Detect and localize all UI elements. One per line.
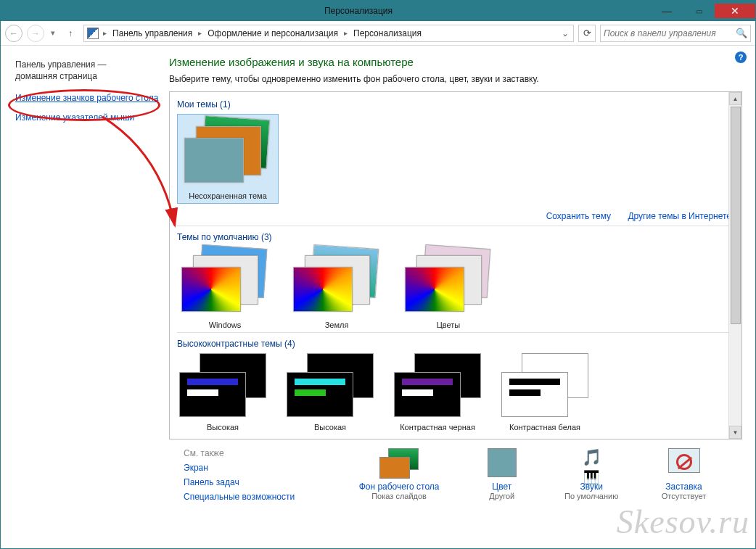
more-themes-link[interactable]: Другие темы в Интернете — [628, 211, 731, 221]
option-subtext: Другой — [482, 492, 522, 500]
option-label: Фон рабочего стола — [359, 482, 440, 492]
back-button[interactable]: ← — [5, 25, 22, 42]
theme-item-hc3[interactable]: Контрастная черная — [392, 353, 483, 432]
color-icon — [482, 448, 522, 479]
section-default-themes: Темы по умолчанию (3) — [177, 232, 734, 242]
search-input[interactable] — [604, 28, 736, 38]
window-title: Персонализация — [66, 6, 651, 16]
refresh-button[interactable]: ⟳ — [578, 25, 596, 42]
chevron-down-icon[interactable]: ⌄ — [562, 28, 570, 38]
option-subtext: Отсутствует — [662, 492, 707, 500]
chevron-right-icon: ▸ — [103, 29, 107, 37]
up-button[interactable]: ↑ — [62, 25, 79, 42]
theme-label: Контрастная белая — [499, 423, 591, 432]
link-taskbar[interactable]: Панель задач — [184, 477, 337, 487]
option-label: Цвет — [482, 482, 522, 492]
chevron-right-icon: ▸ — [344, 29, 348, 37]
theme-list-panel: Мои темы (1) Несохраненная тема Со — [169, 91, 742, 439]
theme-label: Несохраненная тема — [189, 191, 267, 200]
theme-label: Контрастная черная — [392, 423, 483, 432]
sidebar-link-desktop-icons[interactable]: Изменение значков рабочего стола — [15, 92, 160, 104]
theme-label: Цветы — [437, 321, 461, 329]
footer: См. также Экран Панель задач Специальные… — [169, 439, 742, 511]
scroll-down-button[interactable]: ▼ — [729, 426, 741, 439]
theme-item-hc2[interactable]: Высокая — [284, 353, 376, 432]
sidebar-home-link[interactable]: Панель управления — домашняя страница — [15, 59, 160, 82]
search-icon[interactable]: 🔍 — [736, 28, 747, 38]
link-display[interactable]: Экран — [184, 463, 337, 473]
screensaver-icon — [665, 448, 704, 479]
option-label: Заставка — [662, 482, 707, 492]
window-root: Персонализация — ▭ ✕ ← → ▾ ↑ ▸ Панель уп… — [0, 0, 756, 549]
section-my-themes: Мои темы (1) — [177, 99, 734, 110]
theme-item-windows[interactable]: Windows — [177, 247, 273, 329]
option-subtext: Показ слайдов — [359, 492, 440, 500]
theme-item-flowers[interactable]: Цветы — [400, 247, 496, 329]
option-desktop-background[interactable]: Фон рабочего стола Показ слайдов — [359, 448, 440, 502]
search-box[interactable]: 🔍 — [600, 25, 751, 42]
scrollbar[interactable]: ▲ ▼ — [728, 92, 741, 439]
link-accessibility[interactable]: Специальные возможности — [184, 492, 337, 502]
option-subtext: По умолчанию — [564, 492, 618, 500]
sidebar: Панель управления — домашняя страница Из… — [1, 46, 169, 548]
close-button[interactable]: ✕ — [715, 4, 755, 18]
scroll-up-button[interactable]: ▲ — [729, 92, 741, 105]
see-also: См. также Экран Панель задач Специальные… — [184, 448, 337, 502]
sidebar-link-mouse-pointers[interactable]: Изменение указателей мыши — [15, 112, 160, 123]
theme-label: Высокая — [284, 423, 376, 432]
breadcrumb-item[interactable]: Панель управления — [111, 28, 194, 38]
breadcrumb-bar[interactable]: ▸ Панель управления ▸ Оформление и персо… — [83, 25, 574, 42]
theme-item-unsaved[interactable]: Несохраненная тема — [177, 114, 279, 204]
theme-label: Земля — [325, 321, 349, 329]
history-dropdown[interactable]: ▾ — [49, 28, 57, 38]
theme-label: Windows — [209, 321, 242, 329]
titlebar: Персонализация — ▭ ✕ — [1, 1, 755, 21]
see-also-header: См. также — [184, 448, 337, 458]
section-high-contrast: Высококонтрастные темы (4) — [177, 339, 734, 349]
theme-item-hc1[interactable]: Высокая — [177, 353, 268, 432]
scroll-thumb[interactable] — [731, 107, 741, 324]
body: Панель управления — домашняя страница Из… — [1, 46, 755, 548]
option-screensaver[interactable]: Заставка Отсутствует — [662, 448, 707, 502]
theme-item-hc4[interactable]: Контрастная белая — [499, 353, 591, 432]
option-color[interactable]: Цвет Другой — [482, 448, 522, 502]
forward-button[interactable]: → — [27, 25, 44, 42]
navbar: ← → ▾ ↑ ▸ Панель управления ▸ Оформление… — [1, 21, 755, 46]
breadcrumb-item[interactable]: Персонализация — [352, 28, 423, 38]
theme-label: Высокая — [177, 423, 268, 432]
page-heading: Изменение изображения и звука на компьют… — [169, 56, 742, 68]
content: ? Изменение изображения и звука на компь… — [169, 46, 755, 548]
save-theme-link[interactable]: Сохранить тему — [546, 211, 611, 221]
desktop-background-icon — [379, 448, 419, 479]
minimize-button[interactable]: — — [651, 4, 683, 18]
page-subtext: Выберите тему, чтобы одновременно измени… — [169, 74, 742, 84]
option-sounds[interactable]: 🎵🎹 Звуки По умолчанию — [564, 448, 618, 502]
maximize-button[interactable]: ▭ — [683, 4, 715, 18]
breadcrumb-item[interactable]: Оформление и персонализация — [206, 28, 340, 38]
theme-item-earth[interactable]: Земля — [289, 247, 385, 329]
sounds-icon: 🎵🎹 — [572, 448, 611, 479]
control-panel-icon — [87, 28, 99, 39]
help-icon[interactable]: ? — [735, 51, 747, 63]
chevron-right-icon: ▸ — [198, 29, 202, 37]
